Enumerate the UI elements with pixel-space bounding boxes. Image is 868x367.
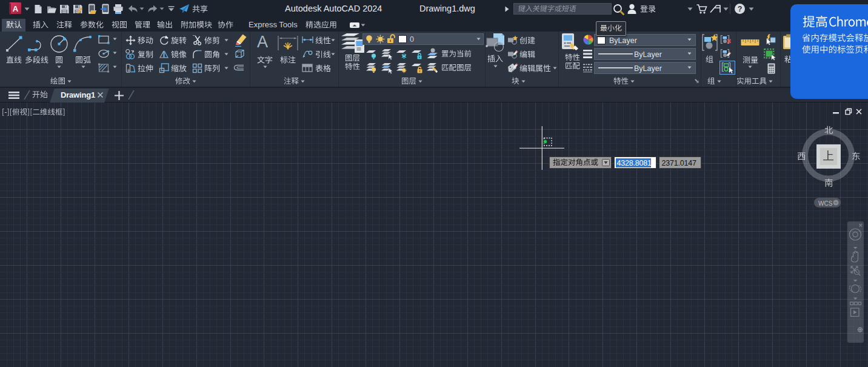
svg-text:?: ? [738,5,743,13]
svg-text:A: A [13,4,19,13]
